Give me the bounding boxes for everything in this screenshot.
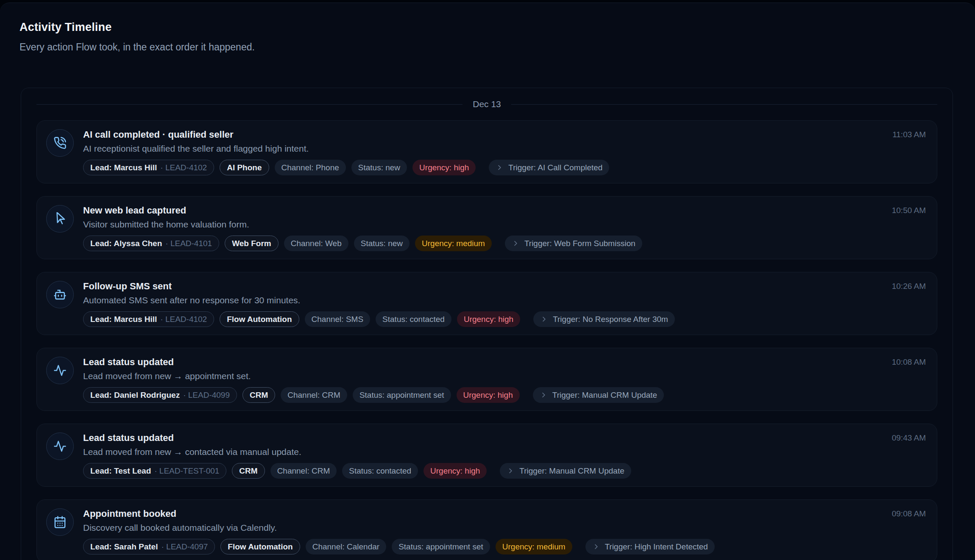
event-description: Automated SMS sent after no response for…: [83, 294, 926, 307]
event-title: Lead status updated: [83, 432, 174, 444]
page-header: Activity Timeline Every action Flow took…: [0, 3, 975, 53]
event-timestamp: 11:03 AM: [892, 128, 926, 141]
event-body: New web lead captured 10:50 AM Visitor s…: [83, 204, 926, 251]
event-tags: Lead: Test Lead · LEAD-TEST-001 CRM Chan…: [83, 463, 926, 479]
app-window: Activity Timeline Every action Flow took…: [0, 3, 975, 560]
event-body: Follow-up SMS sent 10:26 AM Automated SM…: [83, 280, 926, 327]
source-pill: AI Phone: [220, 160, 269, 175]
urgency-pill: Urgency: medium: [415, 236, 492, 251]
event-card[interactable]: AI call completed · qualified seller 11:…: [36, 120, 937, 183]
bot-icon: [46, 281, 74, 308]
channel-pill: Channel: Web: [284, 236, 348, 251]
lead-id: · LEAD-4102: [160, 315, 207, 324]
status-pill: Status: appointment set: [353, 387, 451, 403]
chevron-right-icon: [540, 315, 548, 323]
event-title: Appointment booked: [83, 507, 176, 520]
event-top-row: Lead status updated 10:08 AM: [83, 356, 926, 369]
lead-name: Lead: Test Lead: [90, 466, 151, 476]
event-card[interactable]: Lead status updated 09:43 AM Lead moved …: [36, 424, 937, 487]
trigger-label: Trigger: No Response After 30m: [553, 315, 668, 324]
event-timestamp: 09:43 AM: [892, 432, 926, 444]
lead-id: · LEAD-4101: [165, 239, 212, 248]
page-subtitle: Every action Flow took, in the exact ord…: [20, 42, 956, 53]
event-top-row: New web lead captured 10:50 AM: [83, 204, 926, 217]
urgency-pill: Urgency: high: [457, 311, 520, 327]
lead-name: Lead: Alyssa Chen: [90, 239, 162, 248]
lead-pill: Lead: Sarah Patel · LEAD-4097: [83, 539, 215, 554]
trigger-pill[interactable]: Trigger: Web Form Submission: [505, 236, 642, 251]
trigger-pill[interactable]: Trigger: High Intent Detected: [585, 539, 715, 554]
lead-name: Lead: Daniel Rodriguez: [90, 391, 180, 400]
divider-line: [36, 104, 462, 105]
event-top-row: Appointment booked 09:08 AM: [83, 507, 926, 520]
trigger-label: Trigger: Web Form Submission: [524, 239, 635, 248]
urgency-pill: Urgency: high: [457, 387, 520, 403]
event-card[interactable]: Lead status updated 10:08 AM Lead moved …: [36, 348, 937, 411]
mouse-pointer-icon: [46, 205, 74, 233]
urgency-pill: Urgency: high: [423, 463, 487, 479]
trigger-label: Trigger: High Intent Detected: [605, 542, 708, 552]
event-description: AI receptionist qualified the seller and…: [83, 142, 926, 155]
lead-name: Lead: Sarah Patel: [90, 542, 158, 552]
event-description: Lead moved from new → appointment set.: [83, 370, 926, 383]
page-title: Activity Timeline: [20, 21, 956, 34]
event-tags: Lead: Sarah Patel · LEAD-4097 Flow Autom…: [83, 539, 926, 554]
lead-pill: Lead: Marcus Hill · LEAD-4102: [83, 160, 214, 175]
event-top-row: Follow-up SMS sent 10:26 AM: [83, 280, 926, 293]
event-tags: Lead: Alyssa Chen · LEAD-4101 Web Form C…: [83, 236, 926, 251]
event-tags: Lead: Daniel Rodriguez · LEAD-4099 CRM C…: [83, 387, 926, 403]
lead-name: Lead: Marcus Hill: [90, 163, 157, 172]
event-title: AI call completed · qualified seller: [83, 128, 234, 141]
event-body: Lead status updated 10:08 AM Lead moved …: [83, 356, 926, 403]
event-card[interactable]: Appointment booked 09:08 AM Discovery ca…: [36, 499, 937, 560]
trigger-pill[interactable]: Trigger: AI Call Completed: [489, 160, 609, 175]
source-pill: Flow Automation: [220, 539, 300, 554]
event-card[interactable]: Follow-up SMS sent 10:26 AM Automated SM…: [36, 272, 937, 335]
source-pill: CRM: [232, 463, 265, 479]
lead-id: · LEAD-TEST-001: [154, 466, 219, 476]
event-top-row: Lead status updated 09:43 AM: [83, 432, 926, 444]
status-pill: Status: contacted: [342, 463, 418, 479]
chevron-right-icon: [507, 467, 515, 475]
event-list: AI call completed · qualified seller 11:…: [36, 120, 937, 560]
channel-pill: Channel: SMS: [305, 311, 370, 327]
event-tags: Lead: Marcus Hill · LEAD-4102 AI Phone C…: [83, 160, 926, 175]
trigger-label: Trigger: Manual CRM Update: [519, 466, 624, 476]
lead-name: Lead: Marcus Hill: [90, 315, 157, 324]
trigger-label: Trigger: AI Call Completed: [508, 163, 602, 172]
divider-line: [511, 104, 937, 105]
status-pill: Status: contacted: [376, 311, 451, 327]
lead-pill: Lead: Marcus Hill · LEAD-4102: [83, 311, 214, 327]
channel-pill: Channel: CRM: [270, 463, 337, 479]
activity-icon: [46, 357, 74, 384]
source-pill: Flow Automation: [220, 311, 299, 327]
status-pill: Status: appointment set: [392, 539, 490, 554]
channel-pill: Channel: CRM: [281, 387, 347, 403]
lead-pill: Lead: Test Lead · LEAD-TEST-001: [83, 463, 226, 479]
lead-pill: Lead: Alyssa Chen · LEAD-4101: [83, 236, 219, 251]
chevron-right-icon: [496, 164, 504, 172]
event-description: Discovery call booked automatically via …: [83, 521, 926, 534]
event-body: Lead status updated 09:43 AM Lead moved …: [83, 432, 926, 479]
trigger-pill[interactable]: Trigger: Manual CRM Update: [500, 463, 631, 479]
event-timestamp: 09:08 AM: [892, 507, 926, 520]
trigger-pill[interactable]: Trigger: No Response After 30m: [533, 311, 675, 327]
chevron-right-icon: [512, 239, 520, 247]
chevron-right-icon: [592, 543, 600, 551]
trigger-label: Trigger: Manual CRM Update: [552, 391, 657, 400]
source-pill: Web Form: [225, 236, 279, 251]
urgency-pill: Urgency: medium: [496, 539, 572, 554]
event-timestamp: 10:50 AM: [892, 204, 926, 217]
event-description: Lead moved from new → contacted via manu…: [83, 446, 926, 458]
event-top-row: AI call completed · qualified seller 11:…: [83, 128, 926, 141]
event-timestamp: 10:08 AM: [892, 356, 926, 369]
trigger-pill[interactable]: Trigger: Manual CRM Update: [533, 387, 664, 403]
event-description: Visitor submitted the home valuation for…: [83, 218, 926, 231]
event-title: New web lead captured: [83, 204, 186, 217]
calendar-icon: [46, 508, 74, 536]
date-label: Dec 13: [473, 99, 501, 109]
event-card[interactable]: New web lead captured 10:50 AM Visitor s…: [36, 196, 937, 259]
chevron-right-icon: [540, 391, 548, 399]
lead-id: · LEAD-4102: [160, 163, 207, 172]
event-title: Lead status updated: [83, 356, 174, 369]
